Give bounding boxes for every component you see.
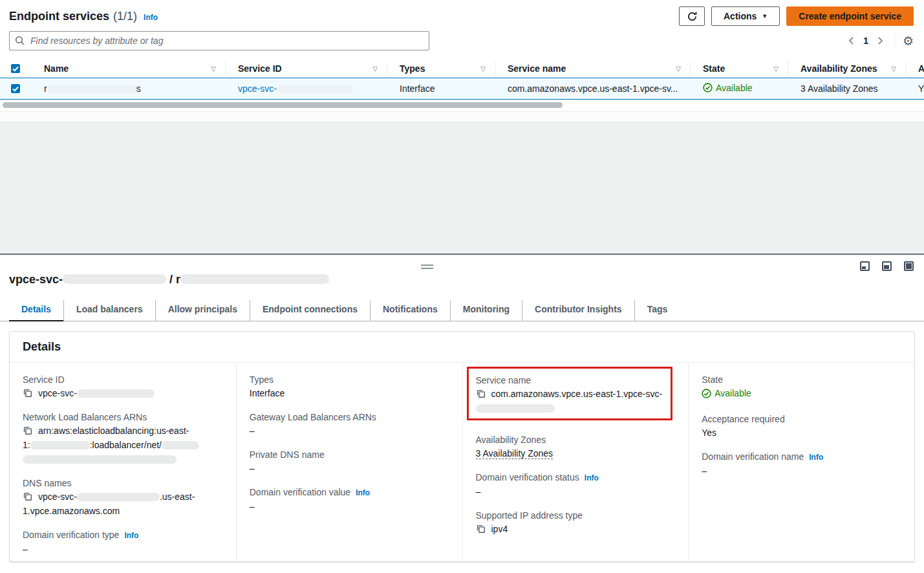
field-acceptance-required: Acceptance required Yes <box>702 413 901 440</box>
tab-load-balancers[interactable]: Load balancers <box>63 300 155 321</box>
details-column-1: Service ID vpce-svc- Network Load Balanc… <box>10 363 236 561</box>
split-panel-drag-handle[interactable] <box>421 265 433 271</box>
field-domain-verification-value: Domain verification valueInfo – <box>250 486 449 514</box>
cell-state: Available <box>690 83 788 95</box>
details-card: Details Service ID vpce-svc- Network Loa… <box>9 331 915 562</box>
chevron-right-icon <box>877 36 884 45</box>
sort-icon[interactable]: ▽ <box>773 65 779 72</box>
filter-row: 1 ⚙ <box>0 26 924 50</box>
tab-tags[interactable]: Tags <box>634 300 680 321</box>
field-state: State Available <box>702 373 901 402</box>
copy-icon[interactable] <box>476 524 486 534</box>
sort-icon[interactable]: ▽ <box>372 65 378 72</box>
cell-types: Interface <box>387 83 495 94</box>
content-background <box>0 122 924 261</box>
field-domain-verification-type: Domain verification typeInfo – <box>23 528 223 556</box>
copy-icon[interactable] <box>476 389 486 398</box>
details-heading: Details <box>10 332 914 363</box>
refresh-button[interactable] <box>679 6 705 26</box>
details-split-panel: vpce-svc- / r Details Load balancers All… <box>0 254 924 573</box>
search-icon <box>15 36 25 49</box>
actions-button[interactable]: Actions ▼ <box>711 6 780 26</box>
cell-service-id: vpce-svc- <box>225 83 387 94</box>
check-circle-icon <box>702 389 711 398</box>
field-nlb-arns: Network Load Balancers ARNs arn:aws:elas… <box>23 411 223 466</box>
chevron-left-icon <box>848 36 854 45</box>
field-service-id: Service ID vpce-svc- <box>23 373 223 400</box>
page-header: Endpoint services (1/1) Info Actions ▼ C… <box>0 0 924 26</box>
info-link[interactable]: Info <box>124 531 138 540</box>
field-service-name: Service name com.amazonaws.vpce.us-east-… <box>476 374 665 415</box>
tab-allow-principals[interactable]: Allow principals <box>155 300 250 321</box>
tab-endpoint-connections[interactable]: Endpoint connections <box>250 300 370 321</box>
column-header-partial[interactable]: A <box>905 59 924 78</box>
refresh-icon <box>687 11 698 22</box>
sort-icon[interactable]: ▽ <box>211 65 216 72</box>
details-column-2: Types Interface Gateway Load Balancers A… <box>236 363 462 561</box>
column-header-service-name[interactable]: Service name▽ <box>495 59 690 78</box>
sort-icon[interactable]: ▽ <box>676 65 681 72</box>
copy-icon[interactable] <box>23 492 32 501</box>
tab-details[interactable]: Details <box>9 300 63 321</box>
page-title: Endpoint services <box>9 10 109 23</box>
tab-notifications[interactable]: Notifications <box>370 300 450 321</box>
sort-icon[interactable]: ▽ <box>480 65 486 72</box>
column-header-state[interactable]: State▽ <box>690 59 788 78</box>
details-column-3: Service name com.amazonaws.vpce.us-east-… <box>462 363 689 561</box>
field-glb-arns: Gateway Load Balancers ARNs – <box>250 411 449 438</box>
panel-size-small-icon[interactable] <box>860 261 870 271</box>
select-all-checkbox[interactable] <box>0 59 31 78</box>
availability-zones-popover[interactable]: 3 Availability Zones <box>476 448 553 459</box>
panel-size-full-icon[interactable] <box>904 261 914 271</box>
service-id-link[interactable]: vpce-svc- <box>238 83 353 94</box>
tab-monitoring[interactable]: Monitoring <box>450 300 522 321</box>
cell-name: rs <box>31 83 225 94</box>
info-link[interactable]: Info <box>585 473 599 482</box>
panel-size-medium-icon[interactable] <box>882 261 892 271</box>
field-domain-verification-name: Domain verification nameInfo – <box>702 450 901 478</box>
pagination: 1 ⚙ <box>845 34 914 48</box>
scrollbar-thumb[interactable] <box>3 102 563 108</box>
copy-icon[interactable] <box>23 426 32 435</box>
field-types: Types Interface <box>250 373 449 400</box>
field-dns-names: DNS names vpce-svc-.us-east- 1.vpce.amaz… <box>23 477 223 518</box>
panel-layout-controls <box>860 261 914 271</box>
resource-count: (1/1) <box>113 10 137 23</box>
search-input[interactable] <box>9 31 429 50</box>
table-row[interactable]: rs vpce-svc- Interface com.amazonaws.vpc… <box>0 78 924 100</box>
cell-service-name: com.amazonaws.vpce.us-east-1.vpce-sv... <box>495 83 690 94</box>
column-header-name[interactable]: Name▽ <box>31 59 225 78</box>
page-info-link[interactable]: Info <box>144 13 158 22</box>
cell-partial: Y <box>905 83 924 94</box>
create-endpoint-service-button[interactable]: Create endpoint service <box>786 6 914 26</box>
panel-tabs: Details Load balancers Allow principals … <box>0 300 924 321</box>
panel-title: vpce-svc- / r <box>9 273 329 286</box>
sort-icon[interactable]: ▽ <box>891 65 896 72</box>
column-header-types[interactable]: Types▽ <box>387 59 495 78</box>
column-header-availability-zones[interactable]: Availability Zones▽ <box>788 59 905 78</box>
field-availability-zones: Availability Zones 3 Availability Zones <box>476 433 676 460</box>
row-checkbox[interactable] <box>0 84 31 93</box>
copy-icon[interactable] <box>23 388 32 398</box>
check-circle-icon <box>703 83 713 92</box>
horizontal-scrollbar[interactable] <box>3 102 921 109</box>
column-header-service-id[interactable]: Service ID▽ <box>225 59 387 78</box>
field-private-dns-name: Private DNS name – <box>250 448 449 475</box>
info-link[interactable]: Info <box>809 453 823 462</box>
tab-contributor-insights[interactable]: Contributor Insights <box>522 300 634 321</box>
field-domain-verification-status: Domain verification statusInfo – <box>476 471 676 499</box>
next-page-button[interactable] <box>875 35 886 47</box>
service-name-highlight-box: Service name com.amazonaws.vpce.us-east-… <box>467 367 672 420</box>
settings-gear-icon[interactable]: ⚙ <box>903 35 914 47</box>
cell-availability-zones: 3 Availability Zones <box>788 83 905 94</box>
table-header-row: Name▽ Service ID▽ Types▽ Service name▽ S… <box>0 59 924 78</box>
availability-zones-popover[interactable]: 3 Availability Zones <box>800 83 878 94</box>
chevron-down-icon: ▼ <box>762 13 768 19</box>
previous-page-button[interactable] <box>845 35 857 47</box>
info-link[interactable]: Info <box>356 488 370 497</box>
field-supported-ip-address-type: Supported IP address type ipv4 <box>476 509 676 536</box>
details-column-4: State Available Acceptance required Yes … <box>688 363 914 561</box>
current-page: 1 <box>861 36 871 46</box>
endpoint-services-table: Name▽ Service ID▽ Types▽ Service name▽ S… <box>0 59 924 122</box>
endpoint-services-page: Endpoint services (1/1) Info Actions ▼ C… <box>0 0 924 573</box>
